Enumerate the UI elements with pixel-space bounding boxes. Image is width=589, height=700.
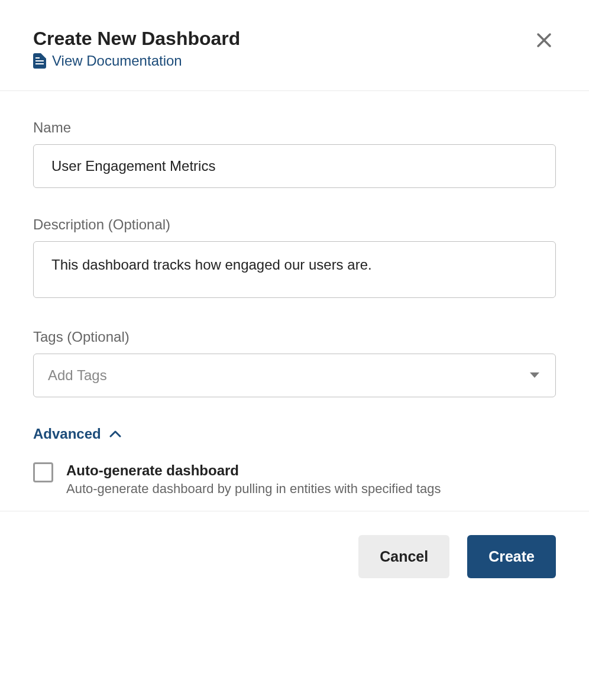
advanced-label: Advanced xyxy=(33,426,101,442)
advanced-toggle[interactable]: Advanced xyxy=(33,426,121,442)
description-field: Description (Optional) xyxy=(33,216,556,300)
name-input[interactable] xyxy=(33,144,556,188)
tags-field: Tags (Optional) Add Tags xyxy=(33,329,556,397)
autogenerate-description: Auto-generate dashboard by pulling in en… xyxy=(66,481,441,497)
modal-body: Name Description (Optional) Tags (Option… xyxy=(0,91,589,511)
tags-placeholder: Add Tags xyxy=(48,367,107,384)
modal-title: Create New Dashboard xyxy=(33,28,240,49)
description-label: Description (Optional) xyxy=(33,216,556,233)
name-label: Name xyxy=(33,119,556,136)
autogenerate-title: Auto-generate dashboard xyxy=(66,462,441,479)
caret-down-icon xyxy=(529,372,540,379)
modal-footer: Cancel Create xyxy=(0,511,589,602)
create-button[interactable]: Create xyxy=(467,535,556,578)
view-documentation-label: View Documentation xyxy=(52,53,182,69)
close-button[interactable] xyxy=(532,28,556,54)
view-documentation-link[interactable]: View Documentation xyxy=(33,53,240,69)
description-input[interactable] xyxy=(33,241,556,298)
header-left: Create New Dashboard View Documentation xyxy=(33,28,240,69)
autogenerate-text: Auto-generate dashboard Auto-generate da… xyxy=(66,462,441,497)
modal-header: Create New Dashboard View Documentation xyxy=(0,0,589,91)
document-icon xyxy=(33,53,46,69)
autogenerate-row: Auto-generate dashboard Auto-generate da… xyxy=(33,462,556,497)
tags-select[interactable]: Add Tags xyxy=(33,354,556,397)
chevron-up-icon xyxy=(109,430,121,438)
close-icon xyxy=(536,32,552,50)
cancel-button[interactable]: Cancel xyxy=(358,535,449,578)
autogenerate-checkbox[interactable] xyxy=(33,462,53,482)
name-field: Name xyxy=(33,119,556,188)
tags-label: Tags (Optional) xyxy=(33,329,556,345)
